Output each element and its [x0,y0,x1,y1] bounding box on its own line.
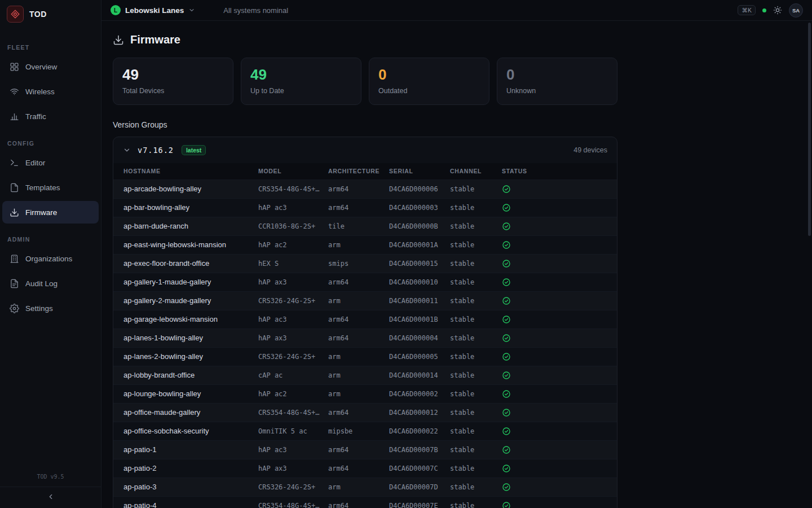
serial-cell: D4CA6D000022 [389,422,450,440]
hostname-cell: ap-lanes-2-bowling-alley [113,347,258,366]
channel-cell: stable [450,403,502,422]
scrollbar-thumb[interactable] [808,23,811,236]
serial-cell: D4CA6D000011 [389,291,450,310]
sidebar-item-firmware[interactable]: Firmware [2,201,99,224]
status-cell [502,478,617,496]
architecture-cell: smips [328,254,389,273]
serial-cell: D4CA6D00007E [389,496,450,508]
status-ok-check-icon [502,315,511,324]
status-cell [502,217,617,235]
channel-cell: stable [450,384,502,403]
channel-cell: stable [450,217,502,235]
hostname-cell: ap-lobby-brandt-office [113,366,258,384]
status-ok-check-icon [502,296,511,305]
model-cell: cAP ac [258,366,328,384]
device-row[interactable]: ap-gallery-2-maude-galleryCRS326-24G-2S+… [113,291,617,310]
sidebar-item-editor[interactable]: Editor [2,151,99,174]
sidebar-item-templates[interactable]: Templates [2,176,99,199]
device-row[interactable]: ap-patio-2hAP ax3arm64D4CA6D00007Cstable [113,459,617,478]
architecture-cell: arm64 [328,496,389,508]
sidebar-item-label: Traffic [25,112,46,121]
sidebar-item-label: Templates [25,183,60,192]
status-ok-check-icon [502,483,511,492]
device-row[interactable]: ap-arcade-bowling-alleyCRS354-48G-4S+…ar… [113,179,617,198]
hostname-cell: ap-patio-1 [113,440,258,459]
hostname-cell: ap-lanes-1-bowling-alley [113,329,258,347]
architecture-cell: arm64 [328,198,389,217]
device-row[interactable]: ap-office-sobchak-securityOmniTIK 5 acmi… [113,422,617,440]
device-row[interactable]: ap-lounge-bowling-alleyhAP ac2armD4CA6D0… [113,384,617,403]
channel-cell: stable [450,254,502,273]
stat-label: Up to Date [250,87,352,95]
sidebar-item-label: Editor [25,159,45,167]
theme-toggle-sun-icon[interactable] [773,6,782,15]
channel-cell: stable [450,329,502,347]
nav-section-config: CONFIG Editor Templates [0,140,101,224]
stat-label: Outdated [378,87,480,95]
model-cell: CRS354-48G-4S+… [258,496,328,508]
sidebar-item-label: Audit Log [25,279,58,288]
device-row[interactable]: ap-lobby-brandt-officecAP acarmD4CA6D000… [113,366,617,384]
command-palette-shortcut[interactable]: ⌘K [738,5,756,15]
architecture-cell: arm64 [328,179,389,198]
device-row[interactable]: ap-bar-bowling-alleyhAP ac3arm64D4CA6D00… [113,198,617,217]
sidebar-item-organizations[interactable]: Organizations [2,247,99,270]
stat-value: 0 [378,67,480,83]
channel-cell: stable [450,422,502,440]
device-row[interactable]: ap-patio-4CRS354-48G-4S+…arm64D4CA6D0000… [113,496,617,508]
firmware-table: HOSTNAME MODEL ARCHITECTURE SERIAL CHANN… [113,163,617,508]
status-cell [502,310,617,329]
serial-cell: D4CA6D000014 [389,366,450,384]
status-cell [502,291,617,310]
sidebar-collapse-button[interactable] [0,487,101,508]
serial-cell: D4CA6D00000B [389,217,450,235]
channel-cell: stable [450,347,502,366]
firmware-table-body: ap-arcade-bowling-alleyCRS354-48G-4S+…ar… [113,179,617,508]
device-row[interactable]: ap-east-wing-lebowski-mansionhAP ac2armD… [113,235,617,254]
model-cell: CCR1036-8G-2S+ [258,217,328,235]
model-cell: hAP ac2 [258,235,328,254]
serial-cell: D4CA6D000010 [389,273,450,291]
device-row[interactable]: ap-gallery-1-maude-galleryhAP ax3arm64D4… [113,273,617,291]
bar-chart-icon [10,112,19,121]
status-ok-check-icon [502,240,511,249]
serial-cell: D4CA6D000005 [389,347,450,366]
sidebar-footer: TOD v9.5 [0,474,101,508]
system-status-text: All systems nominal [223,6,288,15]
device-row[interactable]: ap-patio-1hAP ac3arm64D4CA6D00007Bstable [113,440,617,459]
sidebar-item-label: Firmware [25,208,57,217]
sidebar-item-traffic[interactable]: Traffic [2,105,99,128]
channel-cell: stable [450,459,502,478]
chevron-down-icon[interactable] [123,146,131,154]
device-row[interactable]: ap-lanes-1-bowling-alleyhAP ax3arm64D4CA… [113,329,617,347]
channel-cell: stable [450,235,502,254]
hostname-cell: ap-patio-4 [113,496,258,508]
hostname-cell: ap-bar-bowling-alley [113,198,258,217]
hostname-cell: ap-lounge-bowling-alley [113,384,258,403]
device-row[interactable]: ap-exec-floor-brandt-officehEX SsmipsD4C… [113,254,617,273]
sidebar-nav: FLEET Overview Wireless [0,29,101,474]
device-row[interactable]: ap-patio-3CRS326-24G-2S+armD4CA6D00007Ds… [113,478,617,496]
channel-cell: stable [450,310,502,329]
sidebar-item-audit-log[interactable]: Audit Log [2,272,99,295]
nav-section-label: FLEET [0,44,101,55]
stat-label: Total Devices [122,87,224,95]
nav-section-label: CONFIG [0,140,101,151]
device-row[interactable]: ap-barn-dude-ranchCCR1036-8G-2S+tileD4CA… [113,217,617,235]
org-selector[interactable]: L Lebowski Lanes [111,5,195,15]
sidebar-item-wireless[interactable]: Wireless [2,80,99,103]
model-cell: CRS326-24G-2S+ [258,478,328,496]
version-group-header[interactable]: v7.16.2 latest 49 devices [113,137,617,163]
device-row[interactable]: ap-office-maude-galleryCRS354-48G-4S+…ar… [113,403,617,422]
device-row[interactable]: ap-lanes-2-bowling-alleyCRS326-24G-2S+ar… [113,347,617,366]
status-cell [502,179,617,198]
stats-grid: 49 Total Devices 49 Up to Date 0 Outdate… [113,58,617,105]
model-cell: hAP ax3 [258,459,328,478]
user-avatar[interactable]: SA [789,3,803,17]
device-row[interactable]: ap-garage-lebowski-mansionhAP ac3arm64D4… [113,310,617,329]
column-header-model: MODEL [258,163,328,179]
sidebar-item-overview[interactable]: Overview [2,55,99,78]
page-content: Firmware 49 Total Devices 49 Up to Date … [102,21,629,508]
status-ok-check-icon [502,427,511,436]
sidebar-item-settings[interactable]: Settings [2,297,99,319]
